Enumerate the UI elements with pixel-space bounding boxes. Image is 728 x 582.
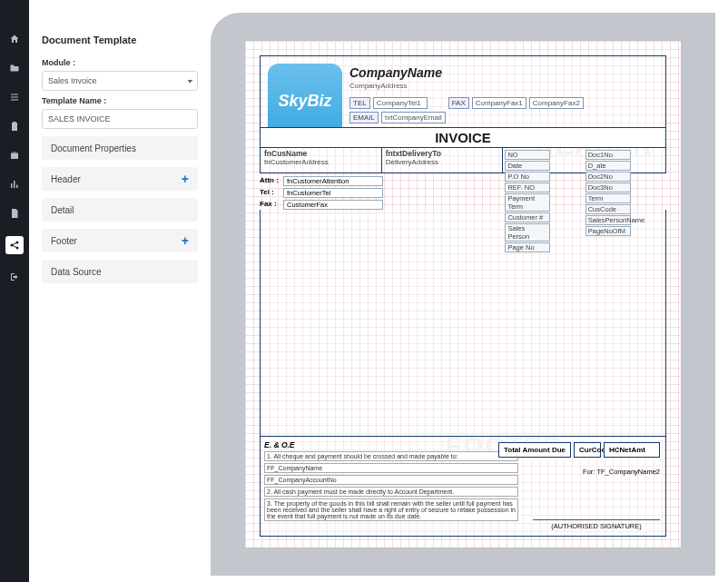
invoice-sheet[interactable]: HEADER FOOTER SkyBiz CompanyName Company… bbox=[245, 41, 681, 547]
plus-icon: + bbox=[182, 172, 189, 186]
tel-value: CompanyTel1 bbox=[373, 97, 428, 109]
company-address: CompanyAddress bbox=[349, 82, 408, 90]
footer-note: 2. All cash payment must be made directl… bbox=[264, 487, 518, 497]
meta-col: NODateP.O NoREF. NOPayment TermCustomer … bbox=[503, 147, 665, 173]
acc-document-properties[interactable]: Document Properties bbox=[42, 136, 198, 160]
footer-note: FF_CompanyAccountNo bbox=[264, 475, 518, 485]
canvas-area: HEADER FOOTER SkyBiz CompanyName Company… bbox=[211, 13, 715, 576]
panel-title: Document Template bbox=[42, 35, 198, 45]
exit-icon[interactable] bbox=[8, 271, 21, 283]
acc-header[interactable]: Header+ bbox=[42, 167, 198, 191]
tel-label: TEL bbox=[349, 97, 370, 109]
signature-line: (AUTHORISED SIGNATURE) bbox=[533, 519, 660, 530]
briefcase-icon[interactable] bbox=[8, 149, 21, 162]
email-value: txtCompanyEmail bbox=[381, 112, 446, 123]
list-icon[interactable] bbox=[8, 91, 21, 104]
delivery-col: fntxtDeliveryTo DeliveryAddress bbox=[382, 147, 504, 173]
template-name-label: Template Name : bbox=[42, 96, 198, 105]
for-line: For: TF_CompanyName2 bbox=[583, 468, 660, 476]
acc-footer[interactable]: Footer+ bbox=[42, 229, 198, 252]
folder-icon[interactable] bbox=[8, 62, 21, 74]
footer-section[interactable]: E. & O.E 1. All cheque and payment shoul… bbox=[260, 437, 666, 537]
header-section[interactable]: SkyBiz CompanyName CompanyAddress TEL Co… bbox=[260, 55, 666, 173]
footer-note: FF_CompanyName bbox=[264, 463, 518, 473]
module-select[interactable]: Sales Invoice bbox=[42, 71, 198, 91]
fax-value: CompanyFax1 bbox=[472, 97, 526, 109]
footer-note: 3. The property of the goods in this bil… bbox=[264, 498, 518, 521]
fax-value-2: CompanyFax2 bbox=[529, 97, 584, 109]
template-name-input[interactable] bbox=[42, 109, 198, 129]
acc-detail[interactable]: Detail bbox=[42, 198, 198, 222]
invoice-title: INVOICE bbox=[261, 127, 665, 148]
plus-icon: + bbox=[182, 233, 189, 248]
file-icon[interactable] bbox=[8, 207, 21, 220]
company-name: CompanyName bbox=[349, 65, 442, 80]
nav-rail bbox=[0, 0, 29, 582]
info-columns: fnCusName fnCustomerAddress fntxtDeliver… bbox=[261, 147, 665, 173]
share-icon[interactable] bbox=[5, 236, 24, 254]
template-panel: Document Template Module : Sales Invoice… bbox=[29, 13, 211, 576]
fax-label: FAX bbox=[448, 97, 469, 109]
acc-data-source[interactable]: Data Source bbox=[42, 260, 198, 283]
email-label: EMAIL bbox=[349, 112, 379, 123]
total-box: Total Amount Due CurCode HCNetAmt bbox=[498, 442, 660, 458]
customer-col: fnCusName fnCustomerAddress bbox=[261, 147, 382, 173]
detail-section[interactable] bbox=[260, 210, 666, 437]
module-label: Module : bbox=[42, 58, 198, 67]
chart-icon[interactable] bbox=[8, 178, 21, 191]
home-icon[interactable] bbox=[8, 33, 21, 45]
footer-note: 1. All cheque and payment should be cros… bbox=[264, 451, 518, 461]
clipboard-icon[interactable] bbox=[8, 120, 21, 133]
